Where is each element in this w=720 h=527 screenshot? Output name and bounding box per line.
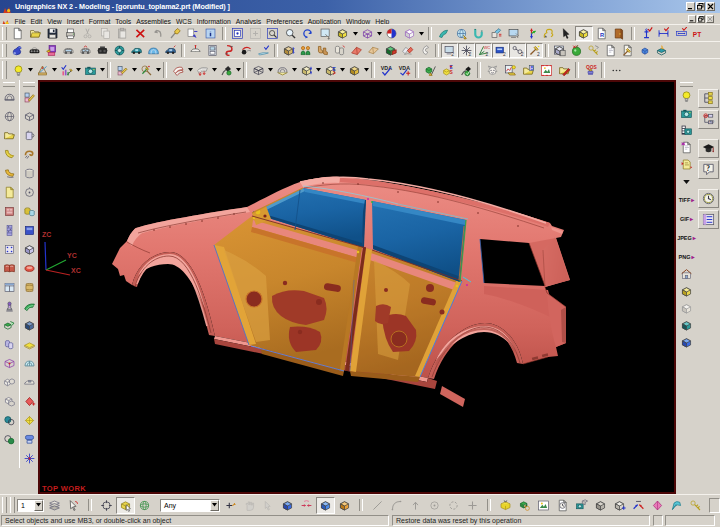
toolbar-grip[interactable] (2, 497, 7, 513)
picframe-button[interactable] (537, 61, 555, 80)
whitecurl-button[interactable] (416, 43, 433, 58)
keymag-button[interactable] (137, 61, 155, 80)
catface-button[interactable] (483, 61, 501, 80)
toolbar-grip[interactable] (10, 497, 15, 513)
whitecubes-button[interactable] (1, 373, 18, 392)
ddarrow-button[interactable] (678, 173, 695, 190)
dashcircle-button[interactable] (444, 497, 463, 514)
picture-button[interactable] (534, 497, 553, 514)
renderhand-button[interactable] (317, 26, 335, 41)
mdi-close-button[interactable] (706, 15, 714, 23)
cubees2-button[interactable]: E (321, 61, 339, 80)
brushgreen-button[interactable] (457, 61, 475, 80)
cursor-button[interactable] (64, 497, 83, 514)
cylpair-button[interactable] (331, 43, 348, 58)
toolbar-grip[interactable] (2, 27, 7, 40)
cubeyg-button[interactable] (678, 283, 695, 300)
arrowg-button[interactable] (259, 497, 278, 514)
cubeyellow-button[interactable] (334, 26, 352, 41)
whitepage-button[interactable] (602, 43, 619, 58)
cubepointer-button[interactable] (116, 497, 135, 514)
purplecube-button[interactable] (1, 354, 18, 373)
tealcar2-button[interactable] (162, 43, 179, 58)
treenode-button[interactable] (698, 89, 719, 108)
dotsgrid-button[interactable] (1, 240, 18, 259)
foldery-button[interactable] (1, 126, 18, 145)
board-button[interactable] (33, 61, 51, 80)
magnifier-button[interactable] (282, 26, 300, 41)
listicon-button[interactable] (698, 210, 719, 229)
toolbar-grip[interactable] (2, 61, 7, 78)
bluedome-button[interactable] (145, 43, 162, 58)
whitecar2-button[interactable] (77, 43, 94, 58)
save-button[interactable] (44, 26, 62, 41)
treeminus-button[interactable]: KO (698, 110, 719, 129)
camcube-button[interactable] (572, 497, 591, 514)
arc-button[interactable] (387, 497, 406, 514)
redclamp-button[interactable] (221, 43, 238, 58)
cubewire-dropdown[interactable] (376, 26, 383, 41)
redoval-button[interactable] (21, 259, 38, 278)
clockpage-button[interactable] (553, 497, 572, 514)
strip-button[interactable] (1, 221, 18, 240)
bluecubesm-button[interactable] (636, 43, 653, 58)
layer-combo[interactable]: 1 (17, 499, 44, 512)
greenstack-button[interactable] (382, 43, 399, 58)
piccube-button[interactable] (551, 43, 568, 58)
pipeteal-button[interactable] (470, 26, 488, 41)
export-gif-button[interactable]: GIF▸ (680, 209, 693, 228)
cubewire2-button[interactable] (249, 61, 267, 80)
open-button[interactable] (27, 26, 45, 41)
cubearr2-button[interactable] (297, 61, 315, 80)
window-button[interactable] (1, 278, 18, 297)
yellowchest-button[interactable] (496, 497, 515, 514)
vdaplus-button[interactable]: VDA (395, 61, 413, 80)
toolbar-grip[interactable] (680, 82, 693, 87)
book-button[interactable] (1, 259, 18, 278)
banana-button[interactable] (1, 145, 18, 164)
keymag-dropdown[interactable] (155, 63, 161, 78)
rotate-button[interactable] (299, 26, 317, 41)
wireglobe-button[interactable] (135, 497, 154, 514)
cubewhite-button[interactable] (401, 26, 419, 41)
reddiamond-button[interactable] (21, 392, 38, 411)
brushdd-dropdown[interactable] (235, 63, 241, 78)
pttext-button[interactable]: PT (690, 26, 708, 41)
graphics-viewport[interactable]: ZC YC XC TOP WORK (38, 80, 676, 494)
purplebadge-button[interactable] (43, 43, 60, 58)
bluesq-button[interactable] (21, 221, 38, 240)
camteal-button[interactable] (678, 105, 695, 122)
boots-button[interactable] (314, 43, 331, 58)
cubeol-button[interactable] (21, 107, 38, 126)
greencube-button[interactable] (1, 316, 18, 335)
venn2-button[interactable] (1, 430, 18, 449)
ballcurve-button[interactable] (238, 43, 255, 58)
camera-button[interactable] (81, 61, 99, 80)
screen2-button[interactable]: 2 (441, 43, 458, 58)
plusarrow-button[interactable] (221, 497, 240, 514)
layersbook-button[interactable] (45, 497, 64, 514)
tealwheel-button[interactable] (111, 43, 128, 58)
bulb-button[interactable] (9, 61, 27, 80)
paste-button[interactable] (114, 26, 132, 41)
selection-filter-arrow[interactable] (210, 500, 219, 511)
moto-button[interactable] (9, 43, 26, 58)
restore-button[interactable] (696, 2, 705, 11)
cubeteal2-button[interactable] (678, 317, 695, 334)
door-button[interactable] (610, 26, 628, 41)
tanwedge-button[interactable] (365, 43, 382, 58)
circlesline-button[interactable]: 2 (509, 43, 526, 58)
twocyl-button[interactable] (21, 202, 38, 221)
cubewire-button[interactable] (359, 26, 377, 41)
selection-filter-combo[interactable]: Any (160, 499, 220, 512)
swooshteal-button[interactable] (435, 26, 453, 41)
wcsaxes-button[interactable]: WCS2 (475, 43, 492, 58)
export-tiff-button[interactable]: TIFF▸ (679, 190, 695, 209)
anchorcheck-button[interactable] (638, 26, 656, 41)
bluereds-button[interactable] (629, 497, 648, 514)
cubewhite-dropdown[interactable] (418, 26, 425, 41)
camera-dropdown[interactable] (99, 63, 105, 78)
sheets-button[interactable] (169, 61, 187, 80)
whitecubes2-button[interactable] (1, 392, 18, 411)
redwedge-button[interactable] (348, 43, 365, 58)
